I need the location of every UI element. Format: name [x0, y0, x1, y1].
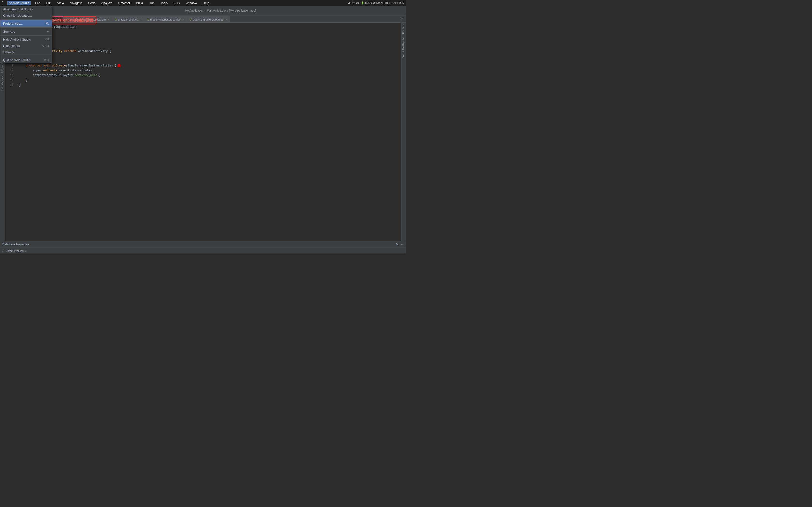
- menu-vcs[interactable]: VCS: [172, 1, 182, 5]
- android-studio-menu: About Android Studio Check for Updates..…: [0, 6, 52, 63]
- close-tab-settings[interactable]: ✕: [108, 18, 109, 21]
- menu-divider-4: [0, 56, 52, 56]
- menu-quit[interactable]: Quit Android Studio ⌘Q: [0, 57, 52, 63]
- menu-edit[interactable]: Edit: [45, 1, 53, 5]
- gradle-icon-4: G: [189, 18, 192, 21]
- menu-hide-others[interactable]: Hide Others ⌥⌘H: [0, 43, 52, 49]
- main-layout: 1: Project Resource Manager 2: Favorites…: [0, 23, 406, 241]
- db-process-bar: ▢ Select Process ⌄: [0, 247, 406, 253]
- menu-refactor[interactable]: Refactor: [117, 1, 132, 5]
- menu-run[interactable]: Run: [147, 1, 156, 5]
- sidebar-item-build-variants[interactable]: Build Variants: [0, 75, 4, 93]
- code-line-8: @Override: [19, 58, 399, 63]
- menu-hide-android-studio[interactable]: Hide Android Studio ⌘H: [0, 36, 52, 43]
- bottom-panel-title: Database Inspector: [2, 243, 29, 246]
- sidebar-item-device-file-explorer[interactable]: Device File Explorer: [402, 35, 405, 60]
- close-tab-gradle-props[interactable]: ✕: [140, 18, 142, 21]
- tab-gradle-wrapper[interactable]: G gradle-wrapper.properties ✕: [145, 16, 187, 22]
- chevron-down-icon: ⌄: [24, 249, 27, 252]
- code-line-10: super.onCreate(savedInstanceState);: [19, 68, 399, 73]
- editor-tab-bar: ■ activity_main.xml ✕ J MainActivity.jav…: [0, 15, 406, 23]
- menu-analyze[interactable]: Analyze: [100, 1, 114, 5]
- code-line-3: import ...;: [19, 34, 399, 39]
- bottom-panel-toolbar: ⚙ −: [394, 242, 404, 246]
- as-toolbar: ← → ▶ ⚙ − My Application – MainActivity.…: [0, 6, 406, 15]
- toolbar-title: My Application – MainActivity.java [My_A…: [37, 9, 404, 12]
- preferences-shortcut: ⌘,: [45, 22, 49, 25]
- gradle-icon-3: G: [147, 18, 149, 21]
- code-content[interactable]: package com.example.myapplication; impor…: [17, 23, 401, 241]
- tab-users-gradle[interactable]: G Users/.../gradle.properties ✕: [187, 16, 230, 22]
- code-line-7: [19, 54, 399, 58]
- menu-android-studio[interactable]: Android Studio: [7, 1, 31, 5]
- code-line-6: public class MainActivity extends AppCom…: [19, 49, 399, 54]
- menu-divider-2: [0, 27, 52, 27]
- bottom-panel-header: Database Inspector ⚙ −: [0, 241, 406, 247]
- menu-preferences[interactable]: Preferences... ⌘,: [0, 20, 52, 26]
- right-sidebar: Emulator Device File Explorer: [401, 23, 406, 241]
- gradle-icon-1: G: [65, 18, 68, 21]
- code-line-9: protected void onCreate(Bundle savedInst…: [19, 63, 399, 68]
- editor-area: 1 2 3 4 5 6 7 8 9 10 11 12 13 package co…: [5, 23, 401, 241]
- menu-file[interactable]: File: [34, 1, 42, 5]
- bottom-panel-close-btn[interactable]: −: [400, 242, 404, 246]
- mac-menubar:  Android Studio File Edit View Navigate…: [0, 0, 406, 6]
- code-line-2: [19, 30, 399, 34]
- menu-build[interactable]: Build: [135, 1, 144, 5]
- tab-settings-gradle[interactable]: G settings.gradle (My Application) ✕: [63, 16, 112, 22]
- menu-code[interactable]: Code: [87, 1, 97, 5]
- menu-help[interactable]: Help: [201, 1, 211, 5]
- hide-as-shortcut: ⌘H: [44, 38, 49, 41]
- menubar-right-icons: 332字 90% 🔋 搜狗拼音 5月7日 周五 19:03 谭若: [347, 1, 404, 5]
- code-line-4: [19, 39, 399, 44]
- menu-tools[interactable]: Tools: [159, 1, 169, 5]
- menu-about-android-studio[interactable]: About Android Studio: [0, 6, 52, 12]
- db-process-label[interactable]: Select Process ⌄: [6, 249, 27, 252]
- menu-divider-3: [0, 35, 52, 36]
- code-line-1: package com.example.myapplication;: [19, 25, 399, 30]
- menu-view[interactable]: View: [56, 1, 65, 5]
- close-tab-mainactivity[interactable]: ✕: [58, 18, 60, 21]
- quit-shortcut: ⌘Q: [44, 58, 49, 62]
- menu-services[interactable]: Services ▶: [0, 28, 52, 35]
- close-tab-users-gradle[interactable]: ✕: [225, 18, 227, 21]
- menu-show-all[interactable]: Show All: [0, 49, 52, 55]
- services-arrow: ▶: [47, 30, 49, 33]
- tab-bar-checkmark[interactable]: ✓: [400, 16, 405, 22]
- code-line-11: setContentView(R.layout.activity_main);: [19, 73, 399, 78]
- menu-window[interactable]: Window: [184, 1, 198, 5]
- code-line-5: [19, 44, 399, 49]
- bottom-panel: Database Inspector ⚙ − ▢ Select Process …: [0, 241, 406, 253]
- db-inspector-content: ▢ Select Process ⌄ Deploy your app to a …: [0, 247, 406, 253]
- gradle-icon-2: G: [115, 18, 117, 21]
- menu-check-updates[interactable]: Check for Updates...: [0, 12, 52, 18]
- tab-gradle-properties[interactable]: G gradle.properties ✕: [112, 16, 144, 22]
- bottom-panel-settings-btn[interactable]: ⚙: [394, 242, 399, 246]
- menu-navigate[interactable]: Navigate: [68, 1, 84, 5]
- close-tab-gradle-wrapper[interactable]: ✕: [182, 18, 184, 21]
- sidebar-item-emulator[interactable]: Emulator: [402, 23, 405, 35]
- db-process-icon: ▢: [2, 249, 4, 252]
- apple-logo-icon: : [2, 1, 3, 5]
- code-line-13: }: [19, 82, 399, 88]
- code-line-12: }: [19, 78, 399, 82]
- hide-others-shortcut: ⌥⌘H: [41, 44, 49, 47]
